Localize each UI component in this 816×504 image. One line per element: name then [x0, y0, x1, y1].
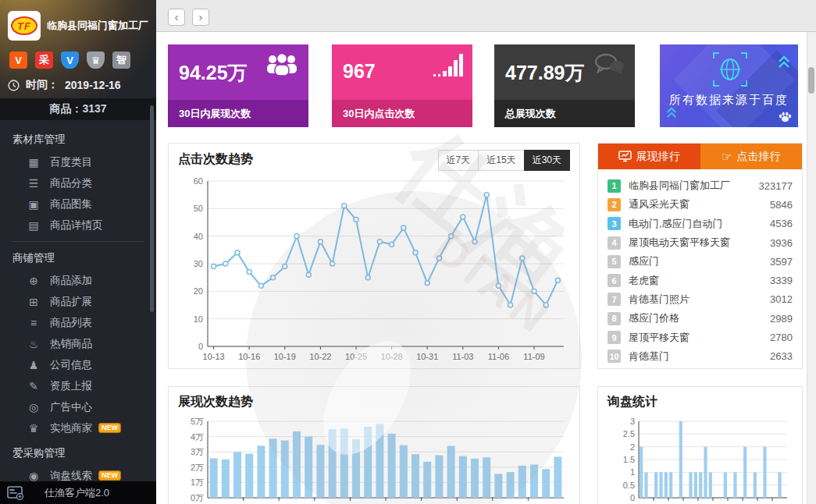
inquiry-stats-chart: 00.511.522.53: [603, 415, 798, 504]
rank-badge: 8: [608, 312, 621, 325]
svg-text:10-22: 10-22: [309, 352, 331, 361]
svg-text:10-13: 10-13: [203, 352, 225, 361]
list-icon: ≡: [27, 317, 41, 329]
stat-card-clicks-30d: 967 30日内点击次数: [332, 44, 472, 127]
person-icon: ♟: [27, 359, 41, 371]
company-logo: TF: [8, 11, 41, 41]
sidebar-item-qualification-upload[interactable]: ✎资质上报: [0, 375, 156, 396]
svg-text:3万: 3万: [191, 447, 204, 456]
svg-text:0.5: 0.5: [623, 481, 635, 490]
stat-label: 30日内展现次数: [168, 100, 308, 127]
sidebar-item-product-extend[interactable]: ⊞商品扩展: [0, 291, 156, 312]
rank-value: 2780: [770, 332, 793, 343]
sidebar-item-product-gallery[interactable]: ▣商品图集: [0, 193, 156, 215]
svg-text:10: 10: [194, 314, 203, 324]
ranking-row: 8感应门价格2989: [608, 309, 793, 328]
rank-badge: 6: [608, 274, 621, 287]
tab-impression-ranking[interactable]: 展现排行: [598, 144, 700, 169]
dashboard-screen: TF 临朐县同福门窗加工厂 V采V♛智 时间： 2019-12-16 商品：31…: [0, 0, 816, 504]
back-button[interactable]: ‹: [168, 9, 185, 26]
hand-pointer-icon: ☞: [722, 150, 732, 164]
sidebar-item-ad-center[interactable]: ◎广告中心: [0, 396, 156, 417]
sidebar-scrollbar-thumb[interactable]: [150, 105, 154, 312]
sidebar-menu: 素材库管理▦百度类目☰商品分类▣商品图集▤商品详情页商铺管理⊕商品添加⊞商品扩展…: [0, 120, 156, 504]
sidebar-item-product-list[interactable]: ≡商品列表: [0, 312, 156, 333]
forward-button[interactable]: ›: [192, 9, 209, 26]
main-scrollbar-track[interactable]: [807, 32, 816, 504]
svg-text:1: 1: [630, 467, 635, 477]
sidebar-item-label: 商品添加: [50, 274, 92, 288]
users-icon: [265, 52, 299, 82]
stat-value: 477.89万: [505, 60, 584, 86]
rank-keyword: 肯德基门: [629, 350, 669, 364]
sidebar-item-label: 热销商品: [50, 337, 92, 351]
svg-text:4万: 4万: [191, 432, 204, 442]
svg-text:11-09: 11-09: [523, 352, 544, 361]
sidebar-item-hot-products[interactable]: ♨热销商品: [0, 333, 156, 354]
tab-label: 展现排行: [636, 150, 680, 164]
sidebar-item-label: 商品详情页: [50, 218, 103, 232]
sidebar-item-local-merchant[interactable]: ♛实地商家NEW: [0, 417, 156, 438]
rank-keyword: 屋顶平移天窗: [629, 331, 690, 345]
sidebar-item-label: 商品分类: [50, 176, 92, 190]
doc-edit-icon: ✎: [27, 380, 41, 392]
svg-text:10-28: 10-28: [381, 352, 403, 361]
ranking-row: 1临朐县同福门窗加工厂323177: [608, 176, 793, 195]
clock-icon: [8, 80, 20, 91]
cert-v-shield-blue-icon: V: [61, 51, 79, 69]
client-bar[interactable]: 仕渔客户端2.0: [0, 481, 156, 504]
menu-section-title: 爱采购管理: [0, 438, 156, 465]
link-icon: ◉: [27, 470, 41, 482]
sidebar-item-product-add[interactable]: ⊕商品添加: [0, 270, 156, 291]
sidebar-item-baidu-category[interactable]: ▦百度类目: [0, 151, 156, 172]
rank-keyword: 临朐县同福门窗加工厂: [629, 179, 730, 193]
rank-keyword: 感应门价格: [629, 311, 679, 325]
product-count-bar: 商品：3137: [0, 98, 156, 120]
svg-text:1万: 1万: [191, 477, 204, 487]
range-button-近7天[interactable]: 近7天: [438, 150, 479, 171]
rank-badge: 7: [608, 293, 621, 306]
svg-text:11-06: 11-06: [488, 352, 509, 361]
rank-keyword: 肯德基门照片: [629, 293, 690, 307]
range-button-近30天[interactable]: 近30天: [524, 150, 570, 171]
sidebar-item-label: 资质上报: [50, 379, 92, 393]
ranking-row: 7肯德基门照片3012: [608, 290, 793, 309]
certification-badges: V采V♛智: [0, 44, 156, 70]
rank-keyword: 老虎窗: [629, 274, 659, 288]
chevron-up-double-icon: [778, 54, 790, 69]
cert-cai-red-icon: 采: [35, 51, 53, 69]
svg-text:10-19: 10-19: [274, 352, 296, 361]
sidebar-item-product-category[interactable]: ☰商品分类: [0, 172, 156, 193]
stat-card-impressions-30d: 94.25万 30日内展现次数: [168, 44, 308, 127]
cert-v-orange-icon: V: [9, 51, 27, 69]
rank-badge: 3: [608, 217, 621, 230]
svg-text:0: 0: [630, 493, 635, 502]
chat-bubbles-icon: [593, 52, 625, 82]
tf-logo-icon: TF: [11, 16, 37, 35]
svg-text:30: 30: [194, 259, 203, 268]
ranking-tabs: 展现排行 ☞ 点击排行: [598, 144, 802, 169]
tab-click-ranking[interactable]: ☞ 点击排行: [700, 144, 803, 169]
date-value: 2019-12-16: [65, 79, 121, 91]
ad-box-icon: ◎: [27, 401, 41, 413]
sidebar-item-label: 商品扩展: [50, 295, 92, 309]
ranking-row: 5感应门3597: [608, 252, 793, 271]
sidebar-item-label: 广告中心: [50, 400, 92, 414]
sidebar-item-label: 商品列表: [50, 316, 92, 330]
sidebar-item-product-detail-page[interactable]: ▤商品详情页: [0, 215, 156, 236]
cert-crown-gray-icon: ♛: [87, 51, 105, 69]
panel-title: 展现次数趋势: [178, 394, 253, 410]
svg-text:10-16: 10-16: [238, 352, 260, 361]
main-scrollbar-thumb[interactable]: [808, 67, 814, 94]
rank-value: 323177: [759, 180, 793, 192]
expand-icon: ⊞: [27, 296, 41, 308]
sidebar-item-company-info[interactable]: ♟公司信息: [0, 354, 156, 375]
sidebar-item-label: 询盘线索: [50, 469, 92, 483]
panel-title: 点击次数趋势: [178, 151, 253, 168]
sidebar-item-label: 商品图集: [50, 197, 92, 211]
top-toolbar: ‹ ›: [156, 0, 816, 32]
svg-text:2: 2: [630, 442, 635, 452]
rank-keyword: 屋顶电动天窗平移天窗: [629, 236, 730, 250]
crown-icon: ♛: [27, 422, 41, 435]
range-button-近15天[interactable]: 近15天: [478, 150, 524, 171]
